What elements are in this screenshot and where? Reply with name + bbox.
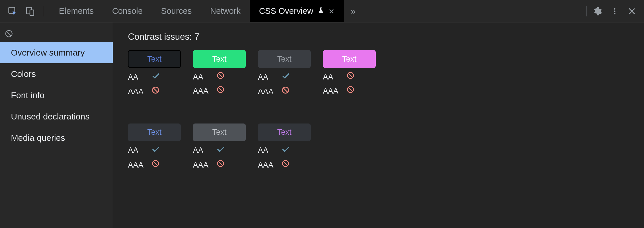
rating-label-aaa: AAA <box>128 160 146 170</box>
contrast-swatch[interactable]: Text <box>128 50 181 68</box>
rating-label-aa: AA <box>193 72 211 82</box>
svg-line-27 <box>218 162 223 166</box>
contrast-swatch[interactable]: Text <box>323 50 376 68</box>
contrast-swatch[interactable]: Text <box>193 50 246 68</box>
svg-line-13 <box>154 88 158 92</box>
contrast-swatch-block: TextAAAAA <box>128 124 181 170</box>
rating-row-aaa: AAA <box>193 159 246 170</box>
swatches-grid: TextAAAAATextAAAAATextAAAAATextAAAAAText… <box>128 50 629 170</box>
tab-css-overview[interactable]: CSS Overview <box>250 0 344 22</box>
rating-row-aaa: AAA <box>258 86 311 97</box>
svg-line-21 <box>348 73 352 77</box>
rating-label-aa: AA <box>323 72 341 82</box>
contrast-swatch[interactable]: Text <box>193 124 246 141</box>
sidebar-item-colors[interactable]: Colors <box>0 63 113 85</box>
rating-label-aa: AA <box>193 145 211 155</box>
rating-label-aaa: AAA <box>193 160 211 170</box>
issue-count: 7 <box>194 32 199 42</box>
svg-line-25 <box>154 162 158 166</box>
rating-row-aa: AA <box>193 71 246 82</box>
svg-line-29 <box>283 162 288 166</box>
rating-label-aaa: AAA <box>323 86 341 96</box>
contrast-swatch-block: TextAAAAA <box>128 50 181 97</box>
sidebar-item-unused-declarations[interactable]: Unused declarations <box>0 106 113 127</box>
rating-row-aa: AA <box>258 71 311 83</box>
device-toggle-icon[interactable] <box>25 6 35 16</box>
contrast-swatch-block: TextAAAAA <box>258 50 311 97</box>
swatch-text: Text <box>147 55 162 64</box>
devtools-tabs: Elements Console Sources Network CSS Ove… <box>50 0 363 22</box>
rating-row-aaa: AAA <box>258 159 311 170</box>
svg-line-11 <box>7 31 11 36</box>
main-area: Overview summary Colors Font info Unused… <box>0 22 644 228</box>
tab-console[interactable]: Console <box>103 0 152 22</box>
sidebar-item-label: Font info <box>11 90 45 100</box>
tab-label: Sources <box>161 6 191 16</box>
rating-label-aaa: AAA <box>193 86 211 96</box>
svg-line-23 <box>348 88 352 92</box>
rating-row-aaa: AAA <box>128 86 181 97</box>
rating-label-aaa: AAA <box>258 160 276 170</box>
check-icon <box>216 145 225 156</box>
fail-icon <box>281 86 290 97</box>
toolbar-right-icons <box>592 6 639 16</box>
check-icon <box>152 71 160 83</box>
svg-point-6 <box>614 10 615 12</box>
rating-row-aa: AA <box>128 145 181 156</box>
gear-icon[interactable] <box>592 6 602 16</box>
contrast-issues-title: Contrast issues: 7 <box>128 32 629 42</box>
rating-label-aaa: AAA <box>258 86 276 97</box>
sidebar-item-font-info[interactable]: Font info <box>0 85 113 106</box>
svg-point-7 <box>614 13 615 14</box>
contrast-swatch-block: TextAAAAA <box>258 124 311 170</box>
rating-label-aa: AA <box>258 145 276 155</box>
rating-row-aaa: AAA <box>323 86 376 96</box>
sidebar-item-media-queries[interactable]: Media queries <box>0 127 113 149</box>
fail-icon <box>216 86 225 96</box>
fail-icon <box>346 86 354 96</box>
fail-icon <box>152 159 160 170</box>
check-icon <box>281 71 290 83</box>
inspect-element-icon[interactable] <box>7 6 18 16</box>
tab-label: Elements <box>59 6 94 16</box>
svg-line-15 <box>218 73 223 77</box>
close-devtools-icon[interactable] <box>627 7 637 16</box>
toolbar-left-icons <box>5 6 38 16</box>
tab-label: CSS Overview <box>259 6 313 16</box>
kebab-menu-icon[interactable] <box>611 6 619 16</box>
contrast-swatch[interactable]: Text <box>258 124 311 141</box>
rating-row-aa: AA <box>323 71 376 82</box>
rating-row-aa: AA <box>258 145 311 156</box>
devtools-toolbar: Elements Console Sources Network CSS Ove… <box>0 0 644 22</box>
svg-rect-2 <box>30 10 34 16</box>
sidebar-item-overview-summary[interactable]: Overview summary <box>0 42 113 63</box>
contrast-swatch[interactable]: Text <box>258 50 311 68</box>
svg-line-17 <box>218 88 223 92</box>
sidebar-item-label: Overview summary <box>11 48 85 57</box>
title-prefix: Contrast issues: <box>128 32 192 42</box>
rating-row-aa: AA <box>193 145 246 156</box>
rating-row-aaa: AAA <box>128 159 181 170</box>
swatch-text: Text <box>212 55 227 64</box>
contrast-swatch-block: TextAAAAA <box>193 124 246 170</box>
sidebar-item-label: Colors <box>11 69 36 79</box>
swatch-text: Text <box>212 128 227 137</box>
tab-label: Console <box>112 6 143 16</box>
rating-row-aaa: AAA <box>193 86 246 96</box>
tab-sources[interactable]: Sources <box>152 0 201 22</box>
swatch-text: Text <box>147 128 162 137</box>
tab-elements[interactable]: Elements <box>50 0 103 22</box>
block-icon[interactable] <box>0 25 113 42</box>
check-icon <box>152 145 160 156</box>
rating-label-aa: AA <box>128 145 146 155</box>
tab-more[interactable]: » <box>344 0 363 22</box>
tab-network[interactable]: Network <box>201 0 250 22</box>
fail-icon <box>152 86 160 97</box>
fail-icon <box>281 159 290 170</box>
fail-icon <box>216 71 225 82</box>
swatch-text: Text <box>277 55 292 64</box>
contrast-swatch[interactable]: Text <box>128 124 181 141</box>
fail-icon <box>346 71 354 82</box>
sidebar-item-label: Unused declarations <box>11 112 90 121</box>
close-icon[interactable] <box>328 8 335 14</box>
